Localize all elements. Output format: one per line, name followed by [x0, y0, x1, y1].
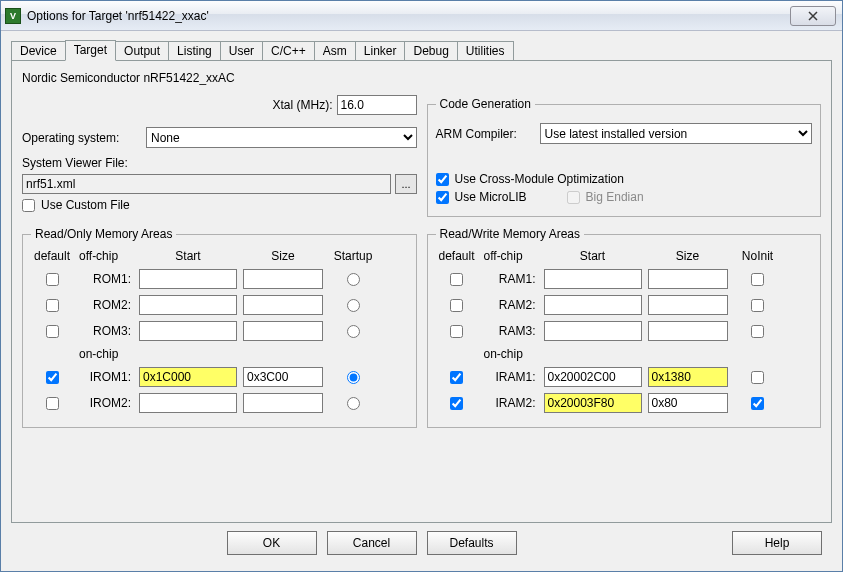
ro-memory-group: Read/Only Memory Areas default off-chip … [22, 227, 417, 428]
memory-row: RAM2: [436, 295, 813, 315]
titlebar: V Options for Target 'nrf51422_xxac' [1, 1, 842, 31]
size-input[interactable] [243, 321, 323, 341]
default-checkbox[interactable] [450, 273, 463, 286]
ok-button[interactable]: OK [227, 531, 317, 555]
help-button[interactable]: Help [732, 531, 822, 555]
start-input[interactable] [139, 295, 237, 315]
noinit-checkbox[interactable] [751, 397, 764, 410]
start-input[interactable] [544, 393, 642, 413]
startup-radio[interactable] [347, 371, 360, 384]
size-input[interactable] [648, 367, 728, 387]
memory-name-label: RAM3: [484, 324, 538, 338]
svf-browse-button[interactable]: ... [395, 174, 417, 194]
defaults-button[interactable]: Defaults [427, 531, 517, 555]
default-checkbox[interactable] [450, 299, 463, 312]
size-input[interactable] [243, 393, 323, 413]
svf-input[interactable] [22, 174, 391, 194]
target-panel: Nordic Semiconductor nRF51422_xxAC Xtal … [11, 60, 832, 523]
memory-row: RAM3: [436, 321, 813, 341]
rw-hdr-noinit: NoInit [734, 249, 782, 263]
default-checkbox[interactable] [450, 325, 463, 338]
big-endian-label: Big Endian [586, 190, 644, 204]
big-endian-checkbox [567, 191, 580, 204]
memory-name-label: RAM2: [484, 298, 538, 312]
ro-onchip-label: on-chip [79, 347, 408, 361]
client-area: DeviceTargetOutputListingUserC/C++AsmLin… [1, 31, 842, 571]
os-select[interactable]: None [146, 127, 417, 148]
custom-file-label: Use Custom File [41, 198, 130, 212]
compiler-select[interactable]: Use latest installed version [540, 123, 813, 144]
startup-radio[interactable] [347, 397, 360, 410]
tab-user[interactable]: User [220, 41, 263, 60]
ro-title: Read/Only Memory Areas [31, 227, 176, 241]
custom-file-checkbox[interactable] [22, 199, 35, 212]
xtal-label: Xtal (MHz): [273, 98, 333, 112]
start-input[interactable] [139, 321, 237, 341]
tab-output[interactable]: Output [115, 41, 169, 60]
rw-memory-group: Read/Write Memory Areas default off-chip… [427, 227, 822, 428]
memory-row: IROM2: [31, 393, 408, 413]
memory-name-label: ROM2: [79, 298, 133, 312]
cross-module-checkbox[interactable] [436, 173, 449, 186]
ro-hdr-startup: Startup [329, 249, 377, 263]
tab-c-c-[interactable]: C/C++ [262, 41, 315, 60]
rw-onchip-label: on-chip [484, 347, 813, 361]
tab-utilities[interactable]: Utilities [457, 41, 514, 60]
ro-hdr-chip: off-chip [79, 249, 133, 263]
default-checkbox[interactable] [46, 371, 59, 384]
os-label: Operating system: [22, 131, 142, 145]
right-column: Code Generation ARM Compiler: Use latest… [427, 91, 822, 221]
noinit-checkbox[interactable] [751, 273, 764, 286]
memory-row: IRAM1: [436, 367, 813, 387]
default-checkbox[interactable] [46, 273, 59, 286]
microlib-checkbox[interactable] [436, 191, 449, 204]
codegen-title: Code Generation [436, 97, 535, 111]
size-input[interactable] [648, 295, 728, 315]
app-icon: V [5, 8, 21, 24]
size-input[interactable] [648, 269, 728, 289]
tab-listing[interactable]: Listing [168, 41, 221, 60]
ro-hdr-default: default [31, 249, 73, 263]
rw-hdr-size: Size [648, 249, 728, 263]
startup-radio[interactable] [347, 325, 360, 338]
size-input[interactable] [648, 393, 728, 413]
size-input[interactable] [243, 269, 323, 289]
cancel-button[interactable]: Cancel [327, 531, 417, 555]
start-input[interactable] [139, 393, 237, 413]
default-checkbox[interactable] [46, 325, 59, 338]
tab-debug[interactable]: Debug [404, 41, 457, 60]
memory-name-label: RAM1: [484, 272, 538, 286]
memory-row: ROM1: [31, 269, 408, 289]
size-input[interactable] [243, 367, 323, 387]
close-button[interactable] [790, 6, 836, 26]
startup-radio[interactable] [347, 299, 360, 312]
default-checkbox[interactable] [450, 397, 463, 410]
size-input[interactable] [243, 295, 323, 315]
default-checkbox[interactable] [46, 397, 59, 410]
tab-device[interactable]: Device [11, 41, 66, 60]
codegen-group: Code Generation ARM Compiler: Use latest… [427, 97, 822, 217]
left-column: Xtal (MHz): Operating system: None Syste… [22, 91, 417, 221]
start-input[interactable] [544, 321, 642, 341]
ro-hdr-start: Start [139, 249, 237, 263]
start-input[interactable] [544, 295, 642, 315]
svf-label: System Viewer File: [22, 156, 417, 170]
size-input[interactable] [648, 321, 728, 341]
xtal-input[interactable] [337, 95, 417, 115]
tab-linker[interactable]: Linker [355, 41, 406, 60]
default-checkbox[interactable] [450, 371, 463, 384]
start-input[interactable] [544, 269, 642, 289]
start-input[interactable] [544, 367, 642, 387]
rw-hdr-default: default [436, 249, 478, 263]
start-input[interactable] [139, 367, 237, 387]
memory-name-label: IROM2: [79, 396, 133, 410]
start-input[interactable] [139, 269, 237, 289]
rw-hdr-chip: off-chip [484, 249, 538, 263]
startup-radio[interactable] [347, 273, 360, 286]
default-checkbox[interactable] [46, 299, 59, 312]
noinit-checkbox[interactable] [751, 325, 764, 338]
tab-asm[interactable]: Asm [314, 41, 356, 60]
tab-target[interactable]: Target [65, 40, 116, 61]
noinit-checkbox[interactable] [751, 299, 764, 312]
noinit-checkbox[interactable] [751, 371, 764, 384]
